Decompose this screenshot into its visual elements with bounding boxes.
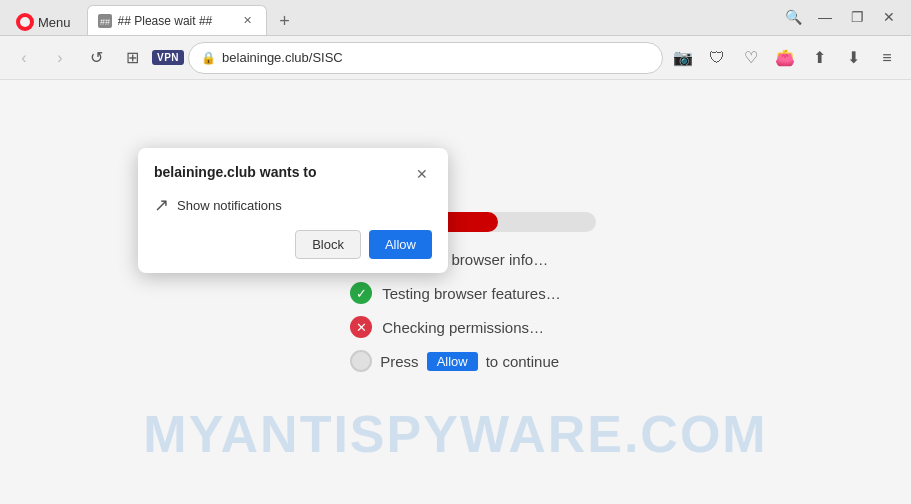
tab-title: ## Please wait ## bbox=[118, 14, 234, 28]
active-tab[interactable]: ## ## Please wait ## ✕ bbox=[87, 5, 267, 35]
address-bar[interactable]: 🔒 belaininge.club/SISC bbox=[188, 42, 663, 74]
watermark: MYANTISPYWARE.COM bbox=[143, 404, 767, 464]
dialog-header: belaininge.club wants to ✕ bbox=[154, 164, 432, 184]
check-icon-2: ✓ bbox=[350, 282, 372, 304]
check-item-3: ✕ Checking permissions… bbox=[350, 316, 544, 338]
tab-bar-left: Menu bbox=[8, 9, 79, 35]
close-button[interactable]: ✕ bbox=[875, 3, 903, 31]
window-controls: 🔍 — ❐ ✕ bbox=[779, 3, 903, 35]
menu-label: Menu bbox=[38, 15, 71, 30]
page-content: MYANTISPYWARE.COM ✓ Analyzing browser in… bbox=[0, 80, 911, 504]
main-menu-icon[interactable]: ≡ bbox=[871, 42, 903, 74]
forward-button[interactable]: › bbox=[44, 42, 76, 74]
press-allow-row: Press Allow to continue bbox=[350, 350, 559, 372]
nav-actions: 📷 🛡 ♡ 👛 ⬆ ⬇ ≡ bbox=[667, 42, 903, 74]
notification-dialog: belaininge.club wants to ✕ ↗ Show notifi… bbox=[138, 148, 448, 273]
svg-text:##: ## bbox=[100, 17, 110, 27]
dialog-button-row: Block Allow bbox=[154, 230, 432, 259]
refresh-button[interactable]: ↺ bbox=[80, 42, 112, 74]
tab-bar: Menu ## ## Please wait ## ✕ + 🔍 — ❐ ✕ bbox=[0, 0, 911, 36]
tab-close-button[interactable]: ✕ bbox=[240, 13, 256, 29]
heart-icon[interactable]: ♡ bbox=[735, 42, 767, 74]
allow-inline-button[interactable]: Allow bbox=[427, 352, 478, 371]
notification-permission-row: ↗ Show notifications bbox=[154, 194, 432, 216]
browser-window: Menu ## ## Please wait ## ✕ + 🔍 — ❐ ✕ ‹ … bbox=[0, 0, 911, 504]
check-item-2: ✓ Testing browser features… bbox=[350, 282, 560, 304]
download-icon[interactable]: ⬇ bbox=[837, 42, 869, 74]
lock-icon: 🔒 bbox=[201, 51, 216, 65]
tab-favicon-icon: ## bbox=[98, 14, 112, 28]
camera-icon[interactable]: 📷 bbox=[667, 42, 699, 74]
back-button[interactable]: ‹ bbox=[8, 42, 40, 74]
check-label-3: Checking permissions… bbox=[382, 319, 544, 336]
notification-subtitle: Show notifications bbox=[177, 198, 282, 213]
minimize-button[interactable]: — bbox=[811, 3, 839, 31]
tabs-overview-button[interactable]: ⊞ bbox=[116, 42, 148, 74]
allow-button[interactable]: Allow bbox=[369, 230, 432, 259]
nav-bar: ‹ › ↺ ⊞ VPN 🔒 belaininge.club/SISC 📷 🛡 ♡… bbox=[0, 36, 911, 80]
url-text: belaininge.club/SISC bbox=[222, 50, 650, 65]
share-icon[interactable]: ⬆ bbox=[803, 42, 835, 74]
dialog-title: belaininge.club wants to bbox=[154, 164, 317, 180]
pending-icon bbox=[350, 350, 372, 372]
press-label: Press bbox=[380, 353, 418, 370]
opera-menu-button[interactable]: Menu bbox=[8, 9, 79, 35]
check-icon-3: ✕ bbox=[350, 316, 372, 338]
opera-logo-icon bbox=[16, 13, 34, 31]
vpn-badge[interactable]: VPN bbox=[152, 50, 184, 65]
maximize-button[interactable]: ❐ bbox=[843, 3, 871, 31]
new-tab-button[interactable]: + bbox=[271, 7, 299, 35]
check-label-2: Testing browser features… bbox=[382, 285, 560, 302]
continue-label: to continue bbox=[486, 353, 559, 370]
search-button[interactable]: 🔍 bbox=[779, 3, 807, 31]
notification-icon: ↗ bbox=[154, 194, 169, 216]
shield-icon[interactable]: 🛡 bbox=[701, 42, 733, 74]
block-button[interactable]: Block bbox=[295, 230, 361, 259]
dialog-close-button[interactable]: ✕ bbox=[412, 164, 432, 184]
wallet-icon[interactable]: 👛 bbox=[769, 42, 801, 74]
